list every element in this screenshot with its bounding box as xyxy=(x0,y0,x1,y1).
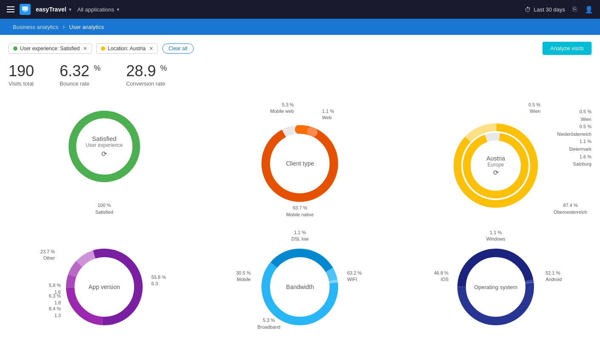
mobile-web-annotation: 5.3 %Mobile web xyxy=(270,102,294,115)
breadcrumb: Business analytics › User analytics xyxy=(0,19,600,35)
main-content: User experience: Satisfied ✕ Location: A… xyxy=(0,35,600,364)
location-chart: 0.5 %Wien Austria Europe ⟳ xyxy=(400,100,591,219)
ux-dot xyxy=(13,46,17,51)
wien-annotation: 0.5 %Wien xyxy=(528,102,540,115)
ux-filter-tag: User experience: Satisfied ✕ xyxy=(9,43,92,54)
mobile-bw-annotation: 30.5 %Mobile xyxy=(236,270,250,283)
visits-total-label: Visits total xyxy=(9,80,34,87)
appv-63-annotation: 55.8 %6.3 xyxy=(152,274,166,287)
bounce-rate-label: Bounce rate xyxy=(60,80,100,87)
user-experience-chart: Satisfied User experience ⟳ 100 % Satisf… xyxy=(9,100,200,219)
conversion-rate-stat: 28.9 % Conversion rate xyxy=(126,63,167,87)
all-apps-chevron: ▼ xyxy=(116,7,120,12)
hamburger-menu[interactable] xyxy=(7,6,14,12)
other-annotation: 23.7 %Other xyxy=(40,249,55,262)
client-type-chart: 5.3 %Mobile web 1.1 %Web Client type xyxy=(204,100,396,219)
charts-grid: Satisfied User experience ⟳ 100 % Satisf… xyxy=(9,100,591,338)
satisfied-annotation: 100 % Satisfied xyxy=(95,202,113,215)
appv-18-annotation: 6.3 %1.8 xyxy=(49,293,61,306)
location-filter-tag: Location: Austria ✕ xyxy=(96,43,158,54)
broadband-annotation: 5.3 %Broadband xyxy=(257,317,280,330)
os-chart: 1.1 %Windows 46.8 %iOS 52.1 %Android xyxy=(400,227,591,338)
app-name-chevron: ▼ xyxy=(68,7,72,12)
conversion-rate-label: Conversion rate xyxy=(126,80,167,87)
ux-filter-close[interactable]: ✕ xyxy=(83,46,87,52)
appv-13-annotation: 8.4 %1.3 xyxy=(49,306,61,319)
mobile-native-annotation: 93.7 %Mobile native xyxy=(286,205,314,218)
clear-all-button[interactable]: Clear all xyxy=(162,43,194,54)
web-annotation: 1.1 %Web xyxy=(322,108,334,121)
breadcrumb-business-analytics[interactable]: Business analytics xyxy=(9,24,63,30)
filter-bar: User experience: Satisfied ✕ Location: A… xyxy=(9,42,591,55)
dsl-annotation: 1.1 %DSL low xyxy=(291,229,309,243)
svg-rect-0 xyxy=(22,6,28,11)
austria-region-annotations: 0.5 %Wien 0.5 %Niederösterreich 1.1 %Ste… xyxy=(557,108,591,168)
windows-annotation: 1.1 %Windows xyxy=(486,229,505,243)
svg-point-10 xyxy=(467,137,525,195)
visits-total-number: 190 xyxy=(9,63,34,79)
stats-row: 190 Visits total 6.32 % Bounce rate 28.9… xyxy=(9,63,591,87)
clock-icon: ⏱ xyxy=(525,6,531,13)
bandwidth-chart: 1.1 %DSL low 30.5 %Mobile 63.2 %WIFI 5.3… xyxy=(204,227,396,338)
visits-total-stat: 190 Visits total xyxy=(9,63,34,87)
user-icon[interactable]: 👤 xyxy=(585,6,593,14)
location-filter-close[interactable]: ✕ xyxy=(149,46,153,52)
ios-annotation: 46.8 %iOS xyxy=(434,270,448,283)
app-name[interactable]: easyTravel ▼ xyxy=(36,6,72,13)
svg-point-3 xyxy=(72,115,136,178)
share-icon[interactable]: ⎘ xyxy=(573,6,577,13)
location-dot xyxy=(101,46,105,51)
time-selector[interactable]: ⏱ Last 30 days xyxy=(525,6,565,13)
bounce-rate-stat: 6.32 % Bounce rate xyxy=(60,63,100,87)
top-navigation: easyTravel ▼ All applications ▼ ⏱ Last 3… xyxy=(0,0,600,19)
oberoesterreich-annotation: 87.4 %Oberoesterreich xyxy=(554,202,587,215)
android-annotation: 52.1 %Android xyxy=(545,270,562,283)
all-apps-selector[interactable]: All applications ▼ xyxy=(78,6,121,13)
analyze-visits-button[interactable]: Analyze visits xyxy=(543,42,591,55)
location-filter-label: Location: Austria xyxy=(108,46,146,52)
ux-filter-label: User experience: Satisfied xyxy=(20,46,80,52)
breadcrumb-user-analytics[interactable]: User analytics xyxy=(65,24,108,30)
conversion-rate-number: 28.9 % xyxy=(126,63,167,79)
svg-rect-1 xyxy=(23,11,27,12)
wifi-annotation: 63.2 %WIFI xyxy=(347,270,362,283)
app-icon xyxy=(20,4,31,15)
app-version-chart: 23.7 %Other 5.8 %1.6 6.3 %1.8 8.4 %1.3 5… xyxy=(9,227,200,338)
svg-point-5 xyxy=(266,129,334,198)
bounce-rate-number: 6.32 % xyxy=(60,63,100,79)
